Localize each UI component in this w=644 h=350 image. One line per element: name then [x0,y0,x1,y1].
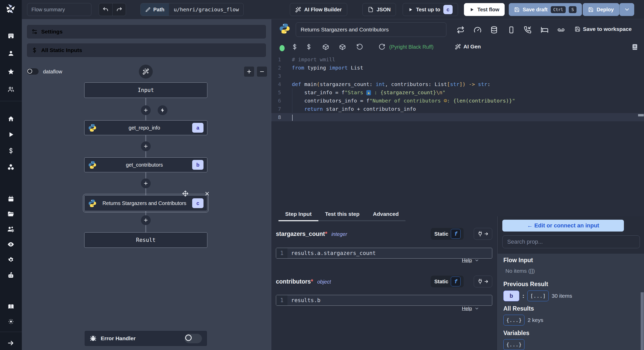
fx-icon[interactable]: f [451,277,461,286]
code-line[interactable]: 7 return star_info + contributors_info [271,105,644,113]
windmill-logo-icon[interactable] [5,3,17,15]
zoom-in-button[interactable] [244,66,255,77]
undo-button[interactable] [99,3,112,16]
package-icon[interactable] [339,44,347,51]
flow-summary-input[interactable] [27,3,91,16]
save-to-workspace-button[interactable]: Save to workspace [575,26,632,32]
sidebar-item-audit-logs[interactable] [6,239,16,250]
code-editor[interactable]: 1# import wmill2from typing import List3… [271,55,644,205]
sidebar-item-runs[interactable] [6,129,16,140]
deploy-dropdown-button[interactable] [619,3,634,16]
sidebar-item-user[interactable] [6,48,16,58]
test-up-to-button[interactable]: Test up to c [403,3,458,16]
help-link[interactable]: Help [462,306,479,311]
cache-database-icon[interactable] [490,26,498,34]
path-value[interactable]: u/henri/gracious_flow [169,3,243,16]
move-step-handle[interactable] [182,190,189,197]
flow-node-step-c-selected[interactable]: Returns Stargazers and Contributors c [84,195,207,211]
ai-gen-button[interactable]: AI Gen [455,44,481,50]
sidebar-item-resources[interactable] [6,162,16,172]
error-handler-bar[interactable]: Error Handler [84,330,207,346]
connect-prop-list: Flow Input No items ([]) Previous Result… [498,254,644,350]
flow-node-step-b[interactable]: get_contributors b [84,157,207,172]
sidebar-item-home[interactable] [6,114,16,124]
sidebar-item-ai[interactable] [6,270,16,281]
step-name-input[interactable] [296,22,446,37]
save-draft-button[interactable]: Save draft Ctrl S [509,3,582,16]
connect-panel-scrollbar[interactable] [641,292,644,350]
dollar-icon [31,47,38,53]
package-icon[interactable] [322,44,330,51]
sidebar-item-favorites[interactable] [6,66,16,77]
sidebar-item-folders[interactable] [6,209,16,219]
dataflow-label: dataflow [43,69,62,75]
step-b-badge[interactable]: b [503,291,519,301]
deploy-button[interactable]: Deploy [583,3,619,16]
flow-settings-button[interactable]: Settings [27,24,266,39]
add-trigger-button[interactable] [158,105,167,115]
code-line[interactable]: 4def main(stargazers_count: int, contrib… [271,80,644,88]
static-fx-toggle[interactable]: Static f [431,276,464,287]
static-fx-toggle[interactable]: Static f [431,228,464,240]
flow-node-step-a[interactable]: get_repo_info a [84,120,207,135]
script-library-icon[interactable] [631,44,639,51]
flow-node-input[interactable]: Input [84,82,207,98]
help-link[interactable]: Help [462,258,479,263]
expand-sidebar-icon[interactable] [6,338,16,348]
flow-node-result[interactable]: Result [84,232,207,248]
tab-step-input[interactable]: Step Input [278,208,318,221]
sidebar-item-workers[interactable] [6,224,16,234]
add-step-button[interactable] [141,105,151,115]
delete-step-button[interactable] [204,191,210,197]
code-line[interactable]: 5 star_info = f"Stars ★ : {stargazers_co… [271,88,644,97]
sidebar-item-variables[interactable] [6,146,16,156]
dataflow-toggle[interactable] [27,68,39,75]
suspend-phone-icon[interactable] [524,26,532,34]
code-line[interactable]: 3 [271,72,644,80]
flow-ai-wand-button[interactable] [139,65,153,79]
tab-advanced[interactable]: Advanced [366,208,405,221]
expr-input-contributors[interactable]: 1 results.b [276,295,492,306]
json-button[interactable]: JSON [362,3,396,16]
sidebar-item-theme[interactable] [6,316,16,327]
add-step-button[interactable] [141,141,151,151]
collapsed-object-badge[interactable]: {...} [503,315,524,326]
sidebar-item-groups[interactable] [6,84,16,94]
ai-flow-builder-button[interactable]: AI Flow Builder [290,3,347,16]
test-flow-button[interactable]: Test flow [464,3,505,16]
connect-input-button[interactable] [474,276,492,287]
early-stop-gauge-icon[interactable] [474,26,482,34]
connect-input-button[interactable] [474,228,492,240]
mock-icon[interactable] [507,26,516,34]
sidebar-item-schedules[interactable] [6,194,16,204]
path-group[interactable]: Path u/henri/gracious_flow [140,3,244,16]
add-step-button[interactable] [141,215,151,225]
all-static-inputs-button[interactable]: All Static Inputs [27,43,266,57]
lifetime-voicemail-icon[interactable] [557,26,565,34]
fx-icon[interactable]: f [451,229,461,239]
reset-rotate-ccw-icon[interactable] [356,44,364,51]
error-handler-toggle[interactable] [184,334,202,343]
sidebar-item-workspace[interactable] [6,31,16,41]
tab-test-this-step[interactable]: Test this step [318,208,366,221]
reload-refresh-icon[interactable] [378,44,386,51]
sleep-icon[interactable] [541,26,549,34]
add-step-button[interactable] [141,178,151,188]
collapsed-array-badge[interactable]: [...] [527,291,548,301]
code-line[interactable]: 2from typing import List [271,64,644,72]
resource-picker-icon[interactable] [306,44,313,51]
zoom-out-button[interactable] [257,66,267,77]
code-line[interactable]: 1# import wmill [271,55,644,64]
sidebar-item-docs[interactable] [6,301,16,312]
code-line[interactable]: 6 contributors_info = f"Number of contri… [271,97,644,105]
redo-button[interactable] [112,3,126,16]
retry-icon[interactable] [457,26,465,34]
code-line[interactable]: 8 [271,113,644,121]
edit-or-connect-button[interactable]: ← Edit or connect an input [502,220,624,232]
search-prop-input[interactable] [502,235,640,248]
expr-input-stargazers[interactable]: 1 results.a.stargazers_count [276,248,492,259]
lint-status[interactable]: (Pyright Black Ruff) [389,44,434,50]
variable-picker-icon[interactable] [291,44,299,51]
sidebar-item-settings[interactable] [6,254,16,265]
collapsed-object-badge[interactable]: {...} [503,339,524,350]
